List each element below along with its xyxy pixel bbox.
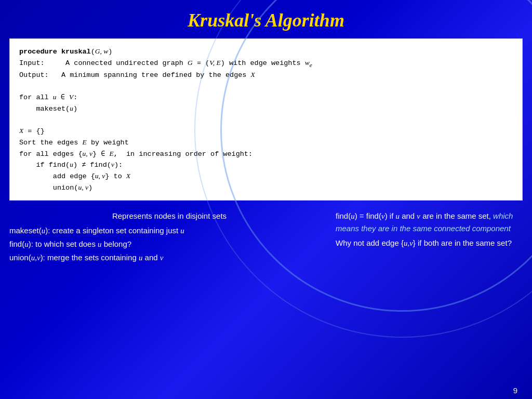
page-number: 9	[513, 386, 517, 395]
output-line: Output: A minimum spanning tree defined …	[19, 70, 513, 81]
makeset-line: makeset(u)	[19, 103, 513, 115]
bl-line1: Represents nodes in disjoint sets	[9, 210, 329, 222]
union-line: union(u, v)	[19, 182, 513, 194]
bottom-left: Represents nodes in disjoint sets makese…	[9, 206, 329, 265]
slide: Kruskal's Algorithm procedure kruskal(G,…	[0, 0, 532, 399]
code-content: procedure kruskal(G, w) Input: A connect…	[19, 46, 513, 194]
if-find-line: if find(u) ≠ find(v):	[19, 159, 513, 171]
bl-line4: union(u,v): merge the sets containing u …	[9, 251, 329, 264]
bottom-section: Represents nodes in disjoint sets makese…	[0, 206, 532, 265]
x-init-line: X = {}	[19, 126, 513, 137]
procedure-line: procedure kruskal(G, w)	[19, 46, 513, 58]
bl-line3: find(u): to which set does u belong?	[9, 238, 329, 250]
for-all-v-line: for all u ∈ V:	[19, 92, 513, 103]
sort-edges-line: Sort the edges E by weight	[19, 137, 513, 149]
br-line1: find(u) = find(v) if u and v are in the …	[336, 210, 523, 235]
bottom-right: find(u) = find(v) if u and v are in the …	[336, 206, 523, 265]
blank2	[19, 115, 513, 126]
for-all-edges-line: for all edges {u, v} ∈ E, in increasing …	[19, 149, 513, 160]
bl-line2: makeset(u): create a singleton set conta…	[9, 224, 329, 237]
input-line: Input: A connected undirected graph G = …	[19, 58, 513, 70]
code-box: procedure kruskal(G, w) Input: A connect…	[9, 38, 523, 201]
add-edge-line: add edge {u, v} to X	[19, 171, 513, 182]
slide-title: Kruskal's Algorithm	[0, 0, 532, 38]
blank1	[19, 81, 513, 92]
br-line3: Why not add edge {u,v} if both are in th…	[336, 237, 523, 249]
